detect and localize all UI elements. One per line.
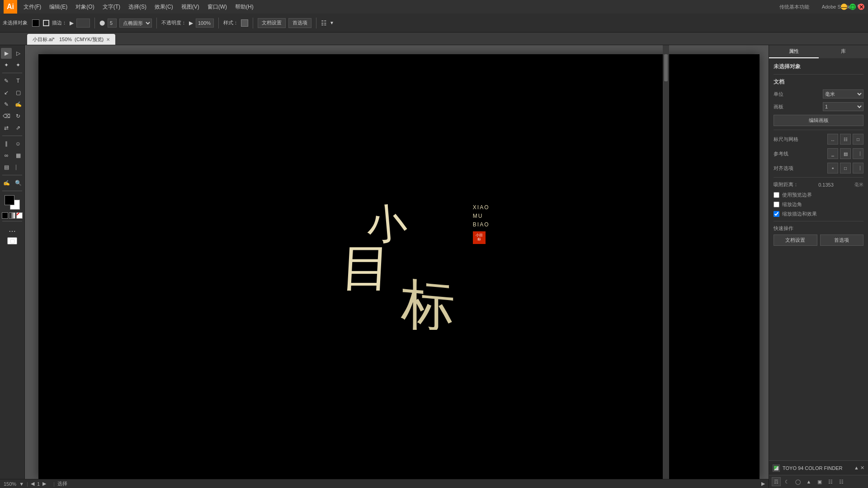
snap-icon-btn[interactable]: □: [853, 134, 863, 145]
scale-tool[interactable]: ⇗: [13, 122, 24, 133]
grid2-icon-btn[interactable]: ☷: [826, 477, 835, 486]
edit-artboard-btn[interactable]: 编辑画板: [774, 115, 863, 126]
style-swatch[interactable]: [241, 19, 248, 27]
apps-icon-btn[interactable]: ☷: [837, 477, 846, 486]
color-mode-btn[interactable]: [2, 212, 8, 219]
change-screen-mode-btn[interactable]: ▢: [7, 237, 17, 244]
window-controls[interactable]: — □ ✕: [841, 4, 864, 10]
v-scrollbar-thumb[interactable]: [664, 54, 668, 81]
preferences-toolbar-btn[interactable]: 首选项: [288, 18, 311, 28]
gradient-mode-btn[interactable]: [9, 212, 15, 219]
grid-icon-btn[interactable]: ☷: [840, 134, 851, 145]
preferences-btn[interactable]: 首选项: [820, 235, 864, 246]
snapping-dist-row: 吸附距离： 0.1353 毫米: [774, 181, 863, 188]
width-tool[interactable]: ∥: [1, 138, 12, 149]
clock-icon-btn[interactable]: ◯: [793, 477, 802, 486]
menu-view[interactable]: 视图(V): [178, 2, 203, 12]
scale-strokes-checkbox[interactable]: [774, 211, 779, 217]
opacity-input[interactable]: 100%: [196, 19, 214, 28]
snap-icon-btn-1[interactable]: ⚬: [827, 163, 838, 174]
foreground-color-box[interactable]: [5, 195, 14, 205]
ruler-icon-btn[interactable]: ⎵: [827, 134, 838, 145]
properties-tab[interactable]: 属性: [769, 45, 819, 58]
snap-options-label: 对齐选项: [774, 165, 793, 172]
rotate-tool[interactable]: ↻: [13, 111, 24, 122]
shapes-icon-btn[interactable]: ▣: [815, 477, 824, 486]
fill-color-swatch[interactable]: [32, 19, 39, 27]
lasso-tool[interactable]: ✦: [13, 60, 24, 70]
unit-dropdown[interactable]: 毫米 像素 英寸: [823, 89, 863, 99]
selection-tool[interactable]: ▶: [1, 48, 12, 59]
menu-file[interactable]: 文件(F): [20, 2, 45, 12]
panel-tab-bar: 属性 库: [769, 45, 868, 58]
vertical-scrollbar[interactable]: [663, 45, 669, 482]
menu-help[interactable]: 帮助(H): [231, 2, 257, 12]
document-tab[interactable]: 小目标.ai* 150% (CMYK/预览) ✕: [27, 34, 115, 45]
prev-page-btn[interactable]: ◀: [31, 481, 34, 487]
tool-sep-3: [2, 175, 22, 175]
zoom-tool[interactable]: 🔍: [13, 178, 24, 188]
type-tool[interactable]: T: [13, 75, 24, 86]
toolbar-sep-2: [156, 18, 157, 28]
menu-window[interactable]: 窗口(W): [204, 2, 231, 12]
stroke-input[interactable]: [76, 19, 90, 28]
use-preview-bounds-checkbox[interactable]: [774, 192, 779, 198]
stroke-color-swatch[interactable]: [43, 20, 49, 26]
canvas-area[interactable]: 小 目 标 XIAO MU BIAO 小目标: [25, 45, 769, 488]
collapse-color-finder-btn[interactable]: ▲ ✕: [854, 465, 864, 471]
tab-mode: (CMYK/预览): [75, 36, 104, 43]
snap-icon-btn-2[interactable]: □: [840, 163, 851, 174]
pen-tool[interactable]: ✎: [1, 75, 12, 86]
artboard-dropdown[interactable]: 1: [823, 102, 863, 111]
reflect-tool[interactable]: ⇄: [1, 122, 12, 133]
none-mode-btn[interactable]: [16, 212, 23, 219]
point-input[interactable]: [108, 19, 117, 28]
tab-close-btn[interactable]: ✕: [106, 37, 110, 42]
app-icon: Ai: [4, 0, 17, 14]
dropdown-arrow-zoom[interactable]: ▼: [19, 481, 24, 487]
transform-tools-row: ✦ ✦: [1, 60, 24, 70]
paintbrush-tool[interactable]: ✎: [1, 99, 12, 110]
more-tools-btn[interactable]: ⋯: [7, 225, 18, 236]
library-tab[interactable]: 库: [819, 45, 868, 58]
menu-text[interactable]: 文字(T): [99, 2, 124, 12]
hand-tool[interactable]: ✍: [1, 178, 12, 188]
snap-icon-btn-3[interactable]: ⎹: [853, 163, 863, 174]
menu-select[interactable]: 选择(S): [125, 2, 150, 12]
blend-tool[interactable]: ∞: [1, 150, 12, 161]
side-text-block: XIAO MU BIAO 小目标: [473, 203, 490, 244]
slice-tool[interactable]: ⎸: [13, 162, 24, 173]
direct-selection-tool[interactable]: ▷: [13, 48, 24, 59]
column-graph-tool[interactable]: ▦: [13, 150, 24, 161]
page-number-input[interactable]: 1: [37, 481, 40, 487]
guide-icon-btn-2[interactable]: ▤: [840, 148, 851, 159]
line-tool[interactable]: ↙: [1, 87, 12, 98]
pencil-tool[interactable]: ✍: [13, 99, 24, 110]
rect-tool[interactable]: ▢: [13, 87, 24, 98]
next-page-btn[interactable]: ▶: [42, 481, 46, 487]
menu-effect[interactable]: 效果(C): [151, 2, 177, 12]
color-stack[interactable]: [5, 195, 20, 210]
maximize-button[interactable]: □: [849, 4, 856, 10]
eraser-tool[interactable]: ⌫: [1, 111, 12, 122]
magic-wand-tool[interactable]: ✦: [1, 60, 12, 70]
scale-corners-checkbox[interactable]: [774, 202, 779, 207]
artboard-tool[interactable]: ▤: [1, 162, 12, 173]
layers-icon-btn[interactable]: ☶: [772, 477, 781, 486]
minimize-button[interactable]: —: [841, 4, 847, 10]
close-button[interactable]: ✕: [858, 4, 864, 10]
zoom-percentage: 150%: [4, 481, 16, 487]
arrange-dropdown[interactable]: ▼: [330, 20, 334, 25]
path-icon-btn[interactable]: ▲: [804, 477, 813, 486]
freeform-tool[interactable]: ☺: [13, 138, 24, 149]
menu-edit[interactable]: 编辑(E): [46, 2, 71, 12]
guide-icon-btn-3[interactable]: ⎹: [853, 148, 863, 159]
crescent-icon-btn[interactable]: ☾: [783, 477, 792, 486]
guide-icon-btn-1[interactable]: ⎯: [827, 148, 838, 159]
doc-settings-btn[interactable]: 文档设置: [774, 235, 817, 246]
point-type-dropdown[interactable]: 点椭圆形: [119, 19, 152, 28]
scroll-right-btn[interactable]: ▶: [761, 481, 765, 487]
doc-settings-toolbar-btn[interactable]: 文档设置: [258, 18, 286, 28]
menu-object[interactable]: 对象(O): [72, 2, 98, 12]
arrange-icon[interactable]: ☷: [321, 19, 327, 27]
